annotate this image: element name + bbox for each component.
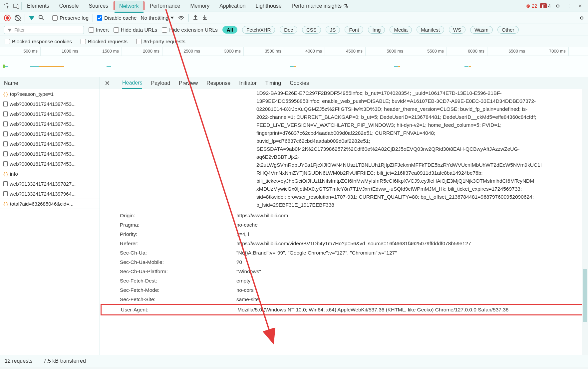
header-value: same-site	[236, 295, 588, 303]
timeline-tick: 2000 ms	[122, 47, 162, 56]
preserve-log-checkbox[interactable]: Preserve log	[52, 15, 89, 21]
tab-perfinsights[interactable]: Performance insights ⚗	[287, 0, 353, 12]
request-name: web?000016172441397453...	[10, 121, 76, 127]
filter-pill-img[interactable]: Img	[368, 26, 385, 34]
filter-pill-media[interactable]: Media	[390, 26, 412, 34]
filter-pill-font[interactable]: Font	[345, 26, 363, 34]
request-row[interactable]: web?000016172441397453...	[0, 119, 100, 129]
request-row[interactable]: web?013324172441397964...	[0, 189, 100, 199]
network-toolbar: Preserve log Disable cache No throttling…	[0, 12, 588, 24]
header-row: Sec-Fetch-Mode:no-cors	[120, 285, 588, 295]
device-toggle-icon[interactable]	[12, 2, 21, 10]
header-row: Priority:u=4, i	[120, 230, 588, 239]
status-transferred: 7.5 kB transferred	[44, 358, 86, 364]
filter-pill-css[interactable]: CSS	[302, 26, 321, 34]
js-icon: { }	[3, 201, 8, 206]
filter-pill-doc[interactable]: Doc	[280, 26, 297, 34]
filter-pill-other[interactable]: Other	[497, 26, 519, 34]
timeline-tick: 7500 ms	[569, 47, 588, 56]
more-icon[interactable]: ⋮	[565, 2, 573, 10]
filter-pill-js[interactable]: JS	[326, 26, 340, 34]
network-settings-icon[interactable]: ⚙	[580, 15, 584, 21]
upload-har-icon[interactable]	[193, 15, 198, 21]
funnel-icon	[8, 29, 11, 31]
filter-input[interactable]: Filter	[4, 26, 84, 34]
invert-checkbox[interactable]: Invert	[89, 27, 109, 33]
details-tab-timing[interactable]: Timing	[265, 80, 281, 86]
column-header-name[interactable]: Name	[0, 77, 100, 89]
blocked-cookies-checkbox[interactable]: Blocked response cookies	[5, 39, 72, 45]
headers-scroll-area[interactable]: 1D92-BA39-E26E-E7C297F2B9DF54955infoc; b…	[100, 89, 588, 355]
hide-ext-urls-checkbox[interactable]: Hide extension URLs	[162, 27, 218, 33]
filter-pill-fetch[interactable]: Fetch/XHR	[242, 26, 275, 34]
timeline-tick: 6000 ms	[447, 47, 487, 56]
details-tab-payload[interactable]: Payload	[151, 80, 170, 86]
request-row[interactable]: web?000016172441397453...	[0, 149, 100, 159]
request-name: web?000016172441397453...	[10, 131, 76, 137]
inspect-icon[interactable]	[3, 2, 11, 10]
network-conditions-icon[interactable]	[178, 15, 184, 21]
details-tab-initiator[interactable]: Initiator	[239, 80, 256, 86]
tab-sources[interactable]: Sources	[84, 0, 113, 12]
tab-elements[interactable]: Elements	[22, 0, 54, 12]
filter-pill-wasm[interactable]: Wasm	[470, 26, 493, 34]
filter-pill-manifest[interactable]: Manifest	[417, 26, 444, 34]
header-name: Priority:	[120, 230, 236, 238]
filter-pill-ws[interactable]: WS	[449, 26, 465, 34]
clear-button[interactable]	[15, 15, 21, 21]
header-name: Sec-Fetch-Site:	[120, 295, 236, 303]
error-count[interactable]: ⊗ 22	[526, 3, 537, 9]
issue-count[interactable]: ◧ 4	[540, 3, 551, 9]
details-tab-headers[interactable]: Headers	[122, 77, 142, 89]
request-name: web?000016172441397453...	[10, 111, 76, 117]
document-icon	[3, 191, 8, 196]
settings-icon[interactable]: ⚙	[553, 2, 562, 10]
thirdparty-checkbox[interactable]: 3rd-party requests	[136, 39, 185, 45]
request-row[interactable]: web?000016172441397453...	[0, 139, 100, 149]
details-tab-cookies[interactable]: Cookies	[290, 80, 309, 86]
timeline-tick: 500 ms	[0, 47, 41, 56]
header-value: no-cache	[236, 221, 588, 229]
download-har-icon[interactable]	[202, 15, 207, 21]
timeline-tick: 4500 ms	[325, 47, 366, 56]
details-tab-preview[interactable]: Preview	[179, 80, 198, 86]
request-name: web?013324172441397827...	[10, 181, 76, 187]
request-name: web?000016172441397453...	[10, 141, 76, 147]
request-row[interactable]: { }top?season_type=1	[0, 89, 100, 99]
tab-application[interactable]: Application	[215, 0, 250, 12]
record-button[interactable]	[4, 15, 11, 21]
close-details-icon[interactable]: ✕	[105, 79, 110, 87]
throttling-select[interactable]: No throttling	[141, 15, 174, 21]
request-row[interactable]: web?000016172441397453...	[0, 99, 100, 109]
hide-data-urls-checkbox[interactable]: Hide data URLs	[114, 27, 157, 33]
timeline-overview[interactable]: 500 ms1000 ms1500 ms2000 ms2500 ms3000 m…	[0, 47, 588, 77]
filter-toggle-icon[interactable]	[29, 16, 34, 20]
document-icon	[3, 181, 8, 186]
request-row[interactable]: web?000016172441397453...	[0, 159, 100, 169]
disable-cache-checkbox[interactable]: Disable cache	[97, 15, 137, 21]
details-tab-response[interactable]: Response	[206, 80, 230, 86]
tab-performance[interactable]: Performance	[145, 0, 185, 12]
filter-pill-all[interactable]: All	[222, 26, 237, 34]
filter-bar-2: Blocked response cookies Blocked request…	[0, 36, 588, 47]
document-icon	[3, 111, 8, 116]
scrollbar-thumb[interactable]	[583, 269, 587, 322]
request-list[interactable]: { }top?season_type=1web?0000161724413974…	[0, 89, 100, 355]
header-value: Mozilla/5.0 (Windows NT 10.0; Win64; x64…	[237, 306, 587, 314]
tab-lighthouse[interactable]: Lighthouse	[251, 0, 286, 12]
request-row[interactable]: web?000016172441397453...	[0, 109, 100, 119]
request-row[interactable]: { }total?aid=632685046&cid=...	[0, 199, 100, 209]
tab-console[interactable]: Console	[55, 0, 84, 12]
close-icon[interactable]: ✕	[576, 2, 585, 10]
tab-memory[interactable]: Memory	[185, 0, 214, 12]
filter-bar: Filter Invert Hide data URLs Hide extens…	[0, 24, 588, 36]
scrollbar[interactable]	[582, 89, 588, 355]
request-row[interactable]: web?000016172441397453...	[0, 129, 100, 139]
search-icon[interactable]	[38, 15, 44, 21]
request-row[interactable]: web?013324172441397827...	[0, 179, 100, 189]
header-value: ?0	[236, 258, 588, 266]
header-value: https://www.bilibili.com/video/BV1Db4y1m…	[236, 240, 588, 248]
tab-network[interactable]: Network	[115, 1, 144, 13]
blocked-requests-checkbox[interactable]: Blocked requests	[81, 39, 128, 45]
request-row[interactable]: { }info	[0, 169, 100, 179]
